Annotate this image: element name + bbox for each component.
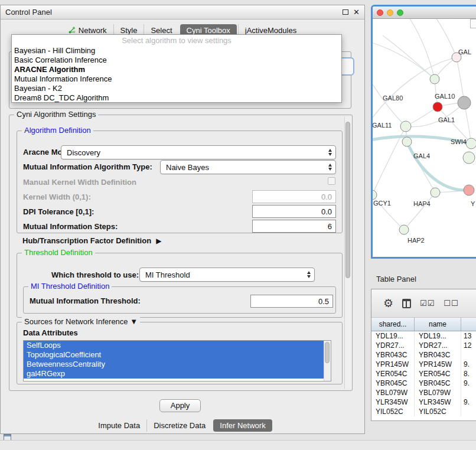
mi-threshold-input[interactable] <box>250 295 333 308</box>
cell[interactable]: YER054C <box>415 369 461 379</box>
table-row[interactable]: YDR27...YDR27...12 <box>371 341 476 350</box>
network-node[interactable] <box>430 74 439 84</box>
cell[interactable]: YBR043C <box>415 350 461 360</box>
cell[interactable]: YDL19... <box>415 331 461 341</box>
list-item-gal4rgexp[interactable]: gal4RGexp <box>24 369 324 379</box>
combo-value: MI Threshold <box>145 270 190 279</box>
which-threshold-select[interactable]: MI Threshold <box>139 268 315 282</box>
algorithm-option-bayesian-hill-climbing[interactable]: Bayesian - Hill Climbing <box>12 46 341 56</box>
float-panel-icon[interactable] <box>343 9 348 15</box>
network-node[interactable] <box>458 96 471 109</box>
zoom-window-icon[interactable] <box>397 9 403 16</box>
cell[interactable]: 12 <box>461 341 476 350</box>
list-item-topologicalcoefficient[interactable]: TopologicalCoefficient <box>24 350 324 360</box>
gear-icon[interactable]: ⚙ <box>383 298 393 309</box>
cell[interactable]: YIL052C <box>415 407 461 416</box>
close-window-icon[interactable] <box>377 9 383 16</box>
cell[interactable]: 9. <box>461 360 476 369</box>
node-label: GCY1 <box>373 200 391 207</box>
tab-impute-data[interactable]: Impute Data <box>92 419 146 432</box>
combo-arrows-icon <box>328 164 332 171</box>
cell[interactable]: YLR345W <box>415 397 461 407</box>
hub-transcription-factor-section[interactable]: Hub/Transcription Factor Definition▶ <box>22 236 161 245</box>
mi-threshold-group: MI Threshold Definition Mutual Informati… <box>23 286 336 314</box>
mi-steps-input[interactable] <box>252 220 336 233</box>
table-row[interactable]: YDL19...YDL19...13 <box>371 331 476 341</box>
settings-scrollbar[interactable] <box>344 117 351 389</box>
network-node[interactable] <box>466 138 476 149</box>
dpi-tolerance-input[interactable] <box>252 205 336 218</box>
close-panel-icon[interactable]: ✕ <box>353 8 360 16</box>
list-item-selfloops[interactable]: SelfLoops <box>24 341 324 350</box>
sources-title-text: Sources for Network Inference <box>24 317 128 326</box>
table-row[interactable]: YIL052CYIL052C <box>371 407 476 416</box>
cell[interactable] <box>461 407 476 416</box>
network-node[interactable] <box>400 121 411 132</box>
network-node[interactable] <box>402 137 412 146</box>
network-node-pink[interactable] <box>464 185 474 195</box>
algorithm-option-bayesian-k2[interactable]: Bayesian - K2 <box>12 84 341 93</box>
network-scrollbar-fragment[interactable] <box>470 19 476 28</box>
cell[interactable] <box>461 350 476 360</box>
unselect-all-columns-icon[interactable]: ☐☐ <box>444 299 458 308</box>
expand-right-icon[interactable]: ▶ <box>156 237 161 245</box>
list-scrollbar-thumb[interactable] <box>325 342 330 363</box>
list-item-betweennesscentrality[interactable]: BetweennessCentrality <box>24 360 324 369</box>
table-row[interactable]: YPR145WYPR145W9. <box>371 360 476 369</box>
algorithm-option-mutual-information[interactable]: Mutual Information Inference <box>12 74 341 84</box>
tab-discretize-data[interactable]: Discretize Data <box>146 419 212 432</box>
table-row[interactable]: YBL079WYBL079W <box>371 388 476 397</box>
cell[interactable]: YBR045C <box>415 379 461 388</box>
threshold-definition-title: Threshold Definition <box>22 248 95 257</box>
column-header-shared-name[interactable]: shared... <box>371 318 415 331</box>
mi-algorithm-type-select[interactable]: Naive Bayes <box>160 160 336 174</box>
network-node-red[interactable] <box>433 102 442 112</box>
algorithm-option-basic-correlation[interactable]: Basic Correlation Inference <box>12 56 341 65</box>
network-node[interactable] <box>463 152 475 164</box>
cell[interactable]: YBL079W <box>371 388 415 397</box>
cell[interactable]: 9. <box>461 379 476 388</box>
mi-threshold-label: Mutual Information Threshold: <box>30 296 141 305</box>
show-columns-icon[interactable] <box>402 299 411 308</box>
network-node[interactable] <box>431 188 440 197</box>
column-header-name[interactable]: name <box>415 318 461 331</box>
table-row[interactable]: YER054CYER054C8. <box>371 369 476 379</box>
cell[interactable]: YPR145W <box>415 360 461 369</box>
aracne-mode-select[interactable]: Discovery <box>61 145 336 159</box>
cell[interactable]: 8. <box>461 369 476 379</box>
cell[interactable]: YDL19... <box>371 331 415 341</box>
settings-scrollbar-thumb[interactable] <box>345 122 350 278</box>
table-row[interactable]: YBR045CYBR045C9. <box>371 379 476 388</box>
cell[interactable]: YLR345W <box>371 397 415 407</box>
cell[interactable]: YDR27... <box>415 341 461 350</box>
cell[interactable]: YBR045C <box>371 379 415 388</box>
dropdown-prompt: Select algorithm to view settings <box>12 35 341 46</box>
minimize-window-icon[interactable] <box>387 9 393 16</box>
tab-infer-network[interactable]: Infer Network <box>213 419 272 432</box>
cell[interactable]: YBR043C <box>371 350 415 360</box>
column-header-partial[interactable] <box>461 318 476 331</box>
cell[interactable]: 13 <box>461 331 476 341</box>
table-row[interactable]: YLR345WYLR345W9. <box>371 397 476 407</box>
network-node[interactable] <box>373 190 377 200</box>
collapse-down-icon[interactable]: ▼ <box>130 317 138 326</box>
cell[interactable]: YIL052C <box>371 407 415 416</box>
algorithm-option-dream8[interactable]: Dream8 DC_TDC Algorithm <box>12 93 341 103</box>
table-body: YDL19...YDL19...13 YDR27...YDR27...12 YB… <box>371 331 476 416</box>
cell[interactable]: YDR27... <box>371 341 415 350</box>
cell[interactable] <box>461 388 476 397</box>
apply-button[interactable]: Apply <box>159 399 201 412</box>
cell[interactable]: YER054C <box>371 369 415 379</box>
network-canvas[interactable]: GAL GAL80 GAL10 GAL11 GAL1 SWI4 GAL4 GCY… <box>373 19 476 257</box>
cell[interactable]: YPR145W <box>371 360 415 369</box>
cell[interactable]: YBL079W <box>415 388 461 397</box>
tab-label: Network <box>79 26 107 35</box>
list-scrollbar[interactable] <box>324 341 331 381</box>
network-node[interactable] <box>399 225 409 234</box>
network-window-titlebar[interactable] <box>373 6 476 19</box>
cell[interactable]: 9. <box>461 397 476 407</box>
table-row[interactable]: YBR043CYBR043C <box>371 350 476 360</box>
tab-label: Infer Network <box>220 421 265 430</box>
select-all-columns-icon[interactable]: ☑☑ <box>420 299 435 308</box>
algorithm-option-aracne-selected[interactable]: ARACNE Algorithm <box>12 65 341 74</box>
